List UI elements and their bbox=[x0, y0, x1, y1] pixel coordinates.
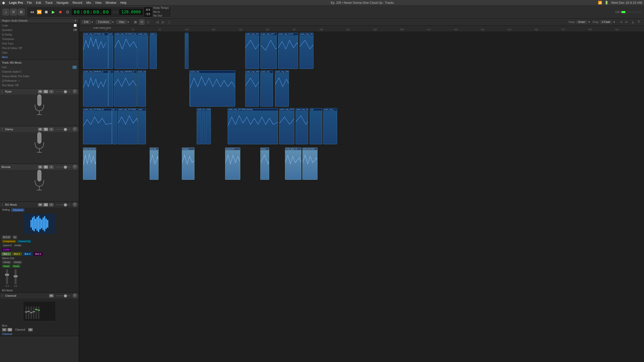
bgmusic-fader-v-thumb[interactable] bbox=[5, 274, 9, 276]
brenda-solo[interactable]: S bbox=[44, 165, 48, 169]
clip-danny-4[interactable]: audio_only bbox=[137, 70, 146, 107]
limiter-plugin[interactable]: Limiter bbox=[2, 248, 11, 251]
zoom-in-icon[interactable]: ◁ bbox=[154, 19, 160, 25]
stop-btn[interactable]: ⏹ bbox=[44, 10, 49, 14]
cm-fader-5[interactable] bbox=[35, 306, 37, 319]
bgmusic-mute[interactable]: M bbox=[38, 203, 43, 206]
clip-brenda-r4[interactable]: audio_only_1 bbox=[323, 108, 337, 144]
clip-bgm-6[interactable]: TT52_E02 - N bbox=[285, 148, 301, 180]
brenda-fader-thumb[interactable] bbox=[64, 166, 67, 169]
bgmusic-input[interactable]: I bbox=[49, 203, 54, 206]
bus2-btn[interactable]: Bus 2 bbox=[12, 252, 22, 256]
menu-edit[interactable]: Edit bbox=[36, 1, 41, 5]
functions-btn[interactable]: Functions bbox=[96, 20, 111, 24]
bus1-btn[interactable]: Bus 1 bbox=[2, 252, 11, 256]
brenda-input[interactable]: I bbox=[49, 165, 54, 169]
clip-brenda-4[interactable]: aud bbox=[138, 108, 146, 144]
bgmusic-send-fader-v-thumb[interactable] bbox=[14, 275, 18, 277]
clip-brenda-2[interactable]: au bbox=[112, 108, 117, 144]
resize-icon-3[interactable]: ⊥ bbox=[630, 19, 635, 25]
loop-checkbox[interactable] bbox=[74, 24, 77, 27]
brenda-mute[interactable]: M bbox=[38, 165, 43, 169]
rewind-btn[interactable]: ⏮ bbox=[29, 10, 35, 14]
ryan-fader[interactable] bbox=[56, 91, 71, 92]
danny-solo[interactable]: S bbox=[44, 128, 48, 131]
ryan-mute[interactable]: M bbox=[38, 90, 43, 93]
drag-value[interactable]: X-Fade bbox=[600, 20, 612, 24]
bgmusic-classical[interactable]: Classical bbox=[11, 208, 24, 212]
clip-ryan-6[interactable] bbox=[185, 33, 188, 69]
bpm-display[interactable]: 120.0000 bbox=[119, 9, 143, 15]
bus3-btn[interactable]: Bus 3 bbox=[23, 252, 32, 256]
clip-danny-2[interactable]: au bbox=[108, 70, 113, 107]
danny-mute[interactable]: M bbox=[38, 128, 43, 131]
clip-ryan-5[interactable]: audio_only bbox=[150, 33, 157, 69]
menu-track[interactable]: Track bbox=[45, 1, 53, 5]
back-btn[interactable]: ⏪ bbox=[36, 10, 42, 14]
classical-fader-thumb[interactable] bbox=[64, 294, 67, 297]
cm-fader-5-thumb[interactable] bbox=[35, 309, 37, 310]
bgmusic-group-btn[interactable]: Group bbox=[2, 261, 11, 264]
snap-value[interactable]: Smart bbox=[576, 20, 587, 24]
clip-bgm-3[interactable]: FantiGo bbox=[182, 148, 194, 180]
play-btn[interactable]: ▶ bbox=[51, 10, 56, 14]
cm-fader-6-thumb[interactable] bbox=[37, 310, 40, 311]
clip-bgm-2[interactable]: Kiss Be bbox=[150, 148, 158, 180]
cm-fader-3[interactable] bbox=[30, 306, 32, 319]
quantize-val[interactable]: Off bbox=[73, 29, 77, 31]
bgmusic-out-badge[interactable]: ⊕ bbox=[13, 236, 17, 239]
time-sig-display[interactable]: 4/4 /16 bbox=[144, 7, 152, 17]
clip-danny-1[interactable]: audio_only_33555458_D bbox=[83, 70, 108, 107]
clip-danny-big[interactable]: audio_only bbox=[190, 70, 235, 107]
menu-mix[interactable]: Mix bbox=[86, 1, 91, 5]
brenda-fader[interactable] bbox=[56, 167, 71, 167]
danny-fader-thumb[interactable] bbox=[64, 128, 67, 131]
ryan-fader-thumb[interactable] bbox=[64, 90, 67, 93]
menu-help[interactable]: Help bbox=[120, 1, 127, 5]
grid-btn[interactable]: ⊞ bbox=[18, 9, 25, 15]
edit-btn[interactable]: Edit bbox=[82, 20, 91, 24]
clip-brenda-1[interactable]: audio_only_16779268_Br bbox=[83, 108, 112, 144]
metronome-btn[interactable]: ♩ bbox=[3, 9, 9, 15]
bgmusic-fader-v[interactable] bbox=[6, 269, 8, 284]
danny-pan[interactable] bbox=[73, 127, 77, 131]
bgmusic-send-fader-v[interactable] bbox=[15, 269, 17, 284]
clip-ryan-7[interactable]: audio_only_1677 bbox=[245, 33, 259, 69]
bgmusic-setting[interactable]: Setting bbox=[2, 208, 10, 212]
resize-icon-1[interactable]: ⊣ bbox=[618, 19, 623, 25]
waveform-icon[interactable]: ⋮ bbox=[167, 19, 172, 25]
menu-file[interactable]: File bbox=[27, 1, 32, 5]
lane-view-icon[interactable]: ≡ bbox=[139, 19, 145, 25]
clip-brenda-r3[interactable]: aud bbox=[310, 108, 322, 144]
cm-fader-1[interactable] bbox=[25, 306, 27, 319]
clip-danny-r3[interactable]: audio_only_3355 bbox=[275, 70, 289, 107]
bgmusic-pan[interactable] bbox=[73, 202, 77, 207]
bgmusic-fader-thumb[interactable] bbox=[64, 203, 67, 206]
list-view-icon[interactable]: ⊞ bbox=[133, 19, 138, 25]
clip-brenda-3[interactable]: audio_only_16779268_ bbox=[118, 108, 138, 144]
menu-navigate[interactable]: Navigate bbox=[57, 1, 68, 5]
icon-view-icon[interactable]: □ bbox=[145, 19, 151, 25]
brenda-pan[interactable] bbox=[73, 165, 77, 169]
ryan-pan[interactable] bbox=[73, 89, 77, 94]
inspector-collapse[interactable]: ▼ bbox=[74, 19, 77, 22]
classical-m-btn[interactable]: M bbox=[2, 328, 7, 331]
icon-value[interactable]: ♪ bbox=[72, 66, 77, 69]
bgmusic-read-btn[interactable]: Read bbox=[2, 265, 11, 268]
cm-fader-3-thumb[interactable] bbox=[30, 312, 32, 313]
classical-mute[interactable]: M bbox=[49, 294, 54, 297]
clip-brenda-6[interactable]: au bbox=[202, 108, 205, 144]
clip-ryan-1[interactable]: audio_only_16779242_Fly bbox=[83, 33, 108, 69]
cm-fader-2-thumb[interactable] bbox=[27, 311, 30, 312]
menu-logicpro[interactable]: Logic Pro bbox=[9, 1, 23, 5]
cm-fader-2[interactable] bbox=[28, 306, 29, 319]
clip-brenda-r1[interactable]: audio_only_16779268_ bbox=[279, 108, 294, 144]
menu-window[interactable]: Window bbox=[105, 1, 116, 5]
ryan-input[interactable]: I bbox=[49, 90, 54, 93]
resize-icon-4[interactable]: ⊤ bbox=[636, 19, 641, 25]
more-row[interactable]: More bbox=[0, 55, 79, 59]
clip-danny-3[interactable]: audio_only_33555458_D bbox=[114, 70, 137, 107]
clip-bgm-4[interactable]: Curse Of T bbox=[225, 148, 240, 180]
cm-fader-6[interactable] bbox=[38, 306, 39, 319]
danny-fader[interactable] bbox=[56, 129, 71, 130]
